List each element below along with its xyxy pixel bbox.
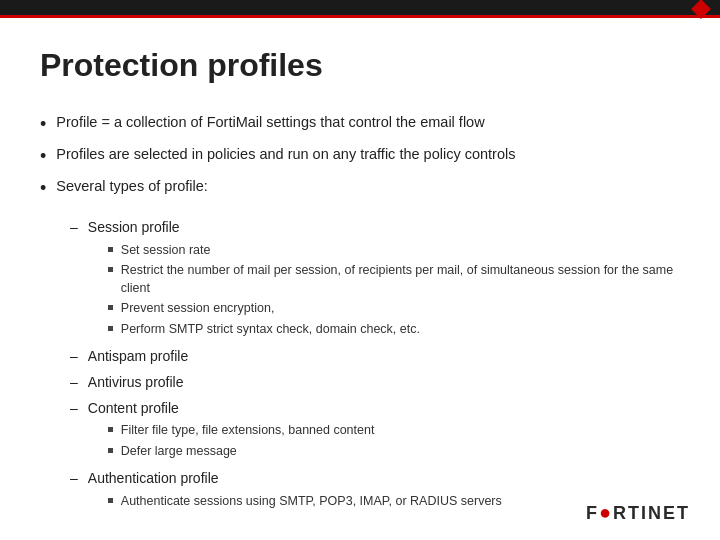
fortinet-logo: F●RTINET <box>586 501 690 524</box>
session-profile-label: Session profile <box>88 219 180 235</box>
bullet-dot-2: • <box>40 143 46 170</box>
list-item-antivirus: – Antivirus profile <box>70 373 680 393</box>
logo-text: F●RTINET <box>586 501 690 524</box>
auth-sub-list: Authenticate sessions using SMTP, POP3, … <box>108 493 502 511</box>
content-sub-list: Filter file type, file extensions, banne… <box>108 422 375 460</box>
content-sub-1-text: Filter file type, file extensions, banne… <box>121 422 375 440</box>
bullet-dot-1: • <box>40 111 46 138</box>
content-sub-2-text: Defer large message <box>121 443 237 461</box>
auth-sub-1: Authenticate sessions using SMTP, POP3, … <box>108 493 502 511</box>
main-bullet-3-text: Several types of profile: <box>56 176 208 198</box>
session-sub-1-text: Set session rate <box>121 242 211 260</box>
bullet-dot-3: • <box>40 175 46 202</box>
sq-bullet-2 <box>108 267 113 272</box>
sq-bullet-content-1 <box>108 427 113 432</box>
list-item-antispam: – Antispam profile <box>70 347 680 367</box>
session-sub-3: Prevent session encryption, <box>108 300 680 318</box>
antispam-profile-label: Antispam profile <box>88 347 188 367</box>
list-item-content: – Content profile Filter file type, file… <box>70 399 680 464</box>
top-bar <box>0 0 720 18</box>
sq-bullet-3 <box>108 305 113 310</box>
dash-session: – <box>70 218 78 238</box>
content-sub-1: Filter file type, file extensions, banne… <box>108 422 375 440</box>
session-profile-container: Session profile Set session rate Restric… <box>88 218 680 341</box>
sq-bullet-1 <box>108 247 113 252</box>
main-bullets-list: • Profile = a collection of FortiMail se… <box>40 112 680 202</box>
content-profile-container: Content profile Filter file type, file e… <box>88 399 375 464</box>
dash-content: – <box>70 399 78 419</box>
list-item-session: – Session profile Set session rate Restr… <box>70 218 680 341</box>
session-sub-2-text: Restrict the number of mail per session,… <box>121 262 680 297</box>
dash-antivirus: – <box>70 373 78 393</box>
page-title: Protection profiles <box>40 46 680 84</box>
dash-authentication: – <box>70 469 78 489</box>
session-sub-2: Restrict the number of mail per session,… <box>108 262 680 297</box>
sq-bullet-4 <box>108 326 113 331</box>
session-sub-3-text: Prevent session encryption, <box>121 300 275 318</box>
main-bullet-3: • Several types of profile: <box>40 176 680 202</box>
main-bullet-1: • Profile = a collection of FortiMail se… <box>40 112 680 138</box>
main-content: Protection profiles • Profile = a collec… <box>0 18 720 540</box>
antivirus-profile-label: Antivirus profile <box>88 373 184 393</box>
sq-bullet-content-2 <box>108 448 113 453</box>
content-profile-label: Content profile <box>88 400 179 416</box>
session-sub-4-text: Perform SMTP strict syntax check, domain… <box>121 321 420 339</box>
session-sub-1: Set session rate <box>108 242 680 260</box>
main-bullet-1-text: Profile = a collection of FortiMail sett… <box>56 112 484 134</box>
dash-antispam: – <box>70 347 78 367</box>
main-bullet-2-text: Profiles are selected in policies and ru… <box>56 144 515 166</box>
authentication-profile-label: Authentication profile <box>88 470 219 486</box>
authentication-profile-container: Authentication profile Authenticate sess… <box>88 469 502 513</box>
auth-sub-1-text: Authenticate sessions using SMTP, POP3, … <box>121 493 502 511</box>
profile-types-list: – Session profile Set session rate Restr… <box>70 218 680 513</box>
main-bullet-2: • Profiles are selected in policies and … <box>40 144 680 170</box>
content-sub-2: Defer large message <box>108 443 375 461</box>
session-sub-4: Perform SMTP strict syntax check, domain… <box>108 321 680 339</box>
sq-bullet-auth-1 <box>108 498 113 503</box>
session-sub-list: Set session rate Restrict the number of … <box>108 242 680 339</box>
